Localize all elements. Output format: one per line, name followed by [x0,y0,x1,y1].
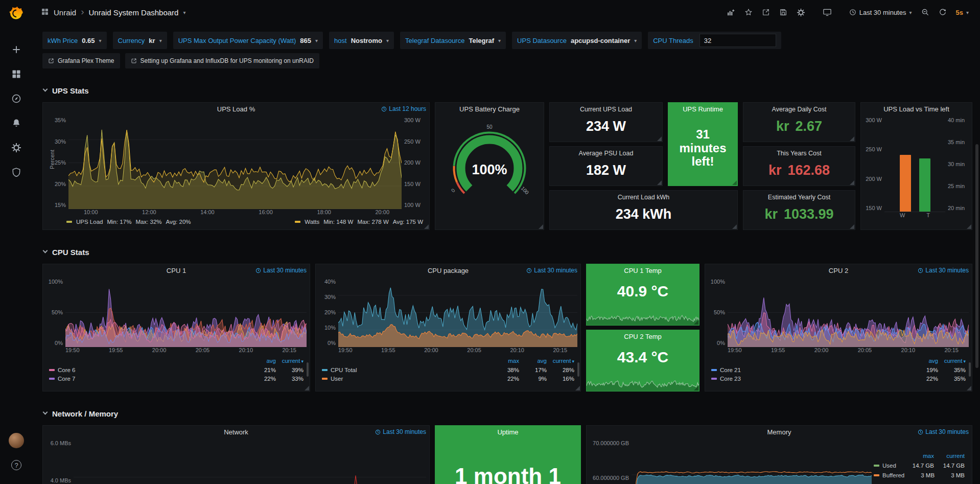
panel-title[interactable]: CPU 2 [829,267,848,274]
legend-sort-column[interactable]: current▾ [276,358,304,364]
grafana-logo[interactable] [0,0,33,27]
panel-title[interactable]: Uptime [497,428,518,436]
network-chart[interactable] [74,440,426,484]
save-dashboard-button[interactable] [775,5,791,20]
dashboard-scroll-area[interactable]: kWh Price 0.65 ▾ Currency kr ▾ UPS Max O… [33,25,980,484]
series-name[interactable]: Core 21 [720,367,911,373]
link-ups-monitoring-article[interactable]: Setting up Grafana and InfluxDB for UPS … [125,53,320,68]
series-name[interactable]: Core 7 [58,376,248,382]
legend-scrollbar[interactable] [577,362,579,377]
legend-item[interactable]: Watts Min: 148 W Max: 278 W Avg: 175 W [295,219,423,225]
series-name[interactable]: Watts [305,219,319,225]
section-ups-stats[interactable]: UPS Stats [42,84,972,97]
legend-sort-column[interactable]: avg [519,358,547,364]
legend-sort-column[interactable]: current▾ [547,358,574,364]
legend-sort-column[interactable]: current [934,453,965,459]
legend-item[interactable]: UPS Load Min: 17% Max: 32% Avg: 20% [66,219,191,225]
y-axis-right: 40 min 35 min 30 min 25 min 20 min [945,117,969,212]
series-name[interactable]: Buffered [882,472,904,478]
share-dashboard-button[interactable] [758,5,774,20]
series-name[interactable]: User [331,376,492,382]
variable-value[interactable]: 865 [300,37,311,44]
sidebar-item-server-admin[interactable] [0,163,33,182]
page-scrollbar[interactable] [975,144,978,368]
stat-value: 234 kWh [616,201,672,229]
sidebar-item-dashboards[interactable] [0,64,33,84]
variable-value[interactable]: Telegraf [469,37,494,44]
refresh-button[interactable] [935,5,951,20]
cpu-threads-input[interactable] [699,34,776,47]
sidebar-item-configuration[interactable] [0,138,33,157]
variable-ups-datasource[interactable]: UPS Datasource apcupsd-container ▾ [512,32,642,49]
variable-value[interactable]: Nostromo [351,37,382,44]
series-swatch [874,474,879,476]
variable-kwh-price[interactable]: kWh Price 0.65 ▾ [42,32,107,49]
time-range-picker[interactable]: Last 30 minutes ▾ [845,5,916,20]
bar-chart[interactable]: 300 W 250 W 200 W 150 W 40 min 35 min 30… [861,115,972,212]
sidebar-item-help[interactable]: ? [0,455,33,475]
legend-scrollbar[interactable] [307,362,309,377]
cycle-view-mode-button[interactable] [819,5,836,20]
legend-sort-column[interactable]: avg [911,358,938,364]
variable-currency[interactable]: Currency kr ▾ [113,32,167,49]
panel-title[interactable]: CPU 1 [167,267,186,274]
memory-chart[interactable] [632,440,872,484]
section-network-memory[interactable]: Network / Memory [42,407,972,420]
panel-title[interactable]: CPU 1 Temp [624,267,661,274]
sidebar-item-explore[interactable] [0,89,33,108]
cpu1-chart[interactable] [65,278,307,347]
axis-tick: 70.000000 GB [590,440,629,446]
series-name[interactable]: UPS Load [76,219,103,225]
panel-title[interactable]: CPU package [428,267,469,274]
variable-ups-max-output[interactable]: UPS Max Output Power Capacity (Watt) 865… [173,32,323,49]
sidebar-item-alerting[interactable] [0,113,33,133]
series-name[interactable]: Core 23 [720,376,911,382]
refresh-interval-picker[interactable]: 5s ▾ [952,5,973,20]
legend-sort-column[interactable]: max [492,358,519,364]
link-grafana-plex-theme[interactable]: Grafana Plex Theme [42,53,120,68]
legend-sort-column[interactable]: avg [248,358,276,364]
sidebar-item-create[interactable] [0,40,33,59]
legend-scrollbar[interactable] [969,362,971,377]
panel-title[interactable]: Memory [767,428,791,436]
add-panel-button[interactable] [722,5,739,20]
star-dashboard-button[interactable] [740,5,757,20]
panel-title[interactable]: UPS Runtime [683,105,723,113]
series-swatch [49,378,55,380]
gauge-tick: 50 [486,124,492,130]
panel-title[interactable]: Network [224,428,248,436]
variable-telegraf-datasource[interactable]: Telegraf Datasource Telegraf ▾ [400,32,506,49]
panel-title[interactable]: UPS Load % [217,105,255,113]
panel-title[interactable]: CPU 2 Temp [624,333,661,340]
legend-sort-column[interactable]: max [903,453,934,459]
chevron-down-icon[interactable]: ▾ [183,10,185,15]
series-name[interactable]: Core 6 [58,367,248,373]
cpu2-chart[interactable] [728,278,969,347]
chevron-down-icon [43,410,48,415]
panel-title[interactable]: Average Daily Cost [772,106,827,113]
user-avatar[interactable] [9,433,24,448]
ups-load-chart[interactable] [68,117,402,209]
panel-title[interactable]: Current UPS Load [580,106,632,113]
chevron-down-icon: ▾ [159,38,162,43]
axis-tick: 6.0 MBs [46,440,71,446]
cpu-package-chart[interactable] [338,278,577,347]
section-cpu-stats[interactable]: CPU Stats [42,245,972,259]
zoom-out-time-button[interactable] [917,5,934,20]
dashboard-settings-button[interactable] [792,5,809,20]
variable-value[interactable]: kr [149,37,155,44]
legend-sort-column[interactable]: current▾ [938,358,966,364]
panel-title[interactable]: Average PSU Load [579,150,634,157]
variable-value[interactable]: apcupsd-container [571,37,630,44]
breadcrumb-folder[interactable]: Unraid [54,8,76,17]
panel-title[interactable]: Estimated Yearly Cost [768,194,830,201]
series-name[interactable]: Used [882,463,903,469]
variable-host[interactable]: host Nostromo ▾ [329,32,394,49]
breadcrumb-dashboard-title[interactable]: Unraid System Dashboard [89,8,179,17]
series-name[interactable]: CPU Total [331,367,492,373]
panel-title[interactable]: UPS Battery Charge [459,105,520,113]
panel-title[interactable]: Current Load kWh [618,194,669,201]
variable-value[interactable]: 0.65 [82,37,95,44]
panel-title[interactable]: This Years Cost [777,150,822,157]
panel-title[interactable]: UPS Load vs Time left [883,105,949,113]
